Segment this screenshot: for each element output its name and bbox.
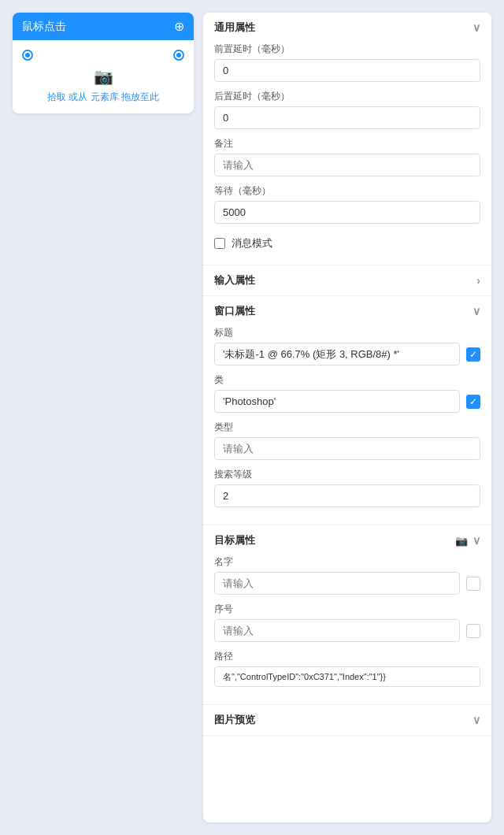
general-chevron-down-icon: ∨	[472, 21, 480, 34]
post-delay-input[interactable]	[214, 106, 480, 129]
node-body: 📷 拾取 或从 元素库 拖放至此	[13, 40, 194, 113]
right-panel: 通用属性 ∨ 前置延时（毫秒） 后置延时（毫秒） 备注 等待（毫秒）	[203, 13, 491, 822]
window-class-input-row: ✓	[214, 390, 480, 413]
wait-label: 等待（毫秒）	[214, 184, 480, 198]
input-section-title: 输入属性	[214, 273, 255, 288]
search-level-group: 搜索等级	[214, 468, 480, 507]
target-path-group: 路径	[214, 650, 480, 687]
window-title-group: 标题 ✓	[214, 326, 480, 366]
window-chevron-down-icon: ∨	[472, 305, 480, 317]
post-delay-group: 后置延时（毫秒）	[214, 90, 480, 129]
window-type-group: 类型	[214, 421, 480, 460]
note-group: 备注	[214, 137, 480, 176]
camera-icon: 📷	[94, 67, 113, 86]
post-delay-label: 后置延时（毫秒）	[214, 90, 480, 103]
general-section-header[interactable]: 通用属性 ∨	[203, 13, 491, 43]
node-connectors	[22, 50, 184, 61]
add-icon[interactable]: ⊕	[174, 19, 184, 34]
target-chevron-down-icon: ∨	[472, 534, 480, 547]
target-name-input[interactable]	[214, 572, 460, 595]
window-class-checkbox[interactable]: ✓	[466, 395, 480, 409]
node-header-title: 鼠标点击	[22, 20, 66, 34]
input-section: 输入属性 ›	[203, 265, 491, 296]
target-path-input[interactable]	[214, 666, 480, 687]
message-mode-row: 消息模式	[214, 232, 480, 255]
window-type-label: 类型	[214, 421, 480, 434]
search-level-input[interactable]	[214, 484, 480, 507]
target-serial-checkbox[interactable]	[466, 624, 480, 638]
window-class-label: 类	[214, 373, 480, 387]
window-title-label: 标题	[214, 326, 480, 340]
drop-hint: 拖放至此	[121, 91, 159, 102]
pre-delay-label: 前置延时（毫秒）	[214, 43, 480, 56]
element-lib-link[interactable]: 元素库	[91, 91, 119, 102]
target-path-label: 路径	[214, 650, 480, 663]
pre-delay-group: 前置延时（毫秒）	[214, 43, 480, 82]
window-type-input[interactable]	[214, 437, 480, 460]
note-label: 备注	[214, 137, 480, 150]
connector-dot-left	[25, 53, 30, 58]
upload-hint: 拾取 或从	[47, 91, 87, 102]
message-mode-label: 消息模式	[232, 236, 272, 250]
target-name-group: 名字	[214, 555, 480, 595]
target-name-input-row	[214, 572, 480, 595]
node-block: 鼠标点击 ⊕ 📷 拾取 或从 元素库	[13, 13, 194, 113]
target-section-header[interactable]: 目标属性 📷 ∨	[203, 525, 491, 555]
message-mode-checkbox[interactable]	[214, 238, 225, 249]
general-section-content: 前置延时（毫秒） 后置延时（毫秒） 备注 等待（毫秒） 消息模式	[203, 43, 491, 265]
preview-chevron-down-icon: ∨	[472, 714, 480, 726]
search-level-label: 搜索等级	[214, 468, 480, 481]
wait-input[interactable]	[214, 201, 480, 224]
window-section-content: 标题 ✓ 类 ✓ 类型	[203, 326, 491, 525]
window-section-header[interactable]: 窗口属性 ∨	[203, 296, 491, 326]
connector-dot-right	[176, 53, 181, 58]
right-connector[interactable]	[173, 50, 184, 61]
target-section-title: 目标属性	[214, 533, 255, 547]
target-serial-input[interactable]	[214, 619, 460, 642]
target-section: 目标属性 📷 ∨ 名字 序号	[203, 525, 491, 705]
target-serial-input-row	[214, 619, 480, 642]
target-section-header-inner: 目标属性	[214, 533, 255, 547]
preview-section-header[interactable]: 图片预览 ∨	[203, 705, 491, 735]
target-section-content: 名字 序号 路径	[203, 555, 491, 704]
general-section-title: 通用属性	[214, 20, 255, 35]
input-chevron-right-icon: ›	[476, 274, 480, 287]
target-serial-label: 序号	[214, 603, 480, 616]
target-name-label: 名字	[214, 555, 480, 569]
window-class-group: 类 ✓	[214, 373, 480, 413]
note-input[interactable]	[214, 154, 480, 176]
upload-area[interactable]: 📷 拾取 或从 元素库 拖放至此	[47, 67, 159, 104]
preview-section: 图片预览 ∨	[203, 705, 491, 736]
general-section: 通用属性 ∨ 前置延时（毫秒） 后置延时（毫秒） 备注 等待（毫秒）	[203, 13, 491, 265]
window-class-input[interactable]	[214, 390, 460, 413]
target-name-checkbox[interactable]	[466, 577, 480, 591]
left-panel: 鼠标点击 ⊕ 📷 拾取 或从 元素库	[13, 13, 194, 822]
node-title: 鼠标点击	[22, 20, 66, 34]
target-camera-icon[interactable]: 📷	[455, 535, 468, 547]
node-header: 鼠标点击 ⊕	[13, 13, 194, 40]
pre-delay-input[interactable]	[214, 59, 480, 82]
target-serial-group: 序号	[214, 603, 480, 642]
input-section-header[interactable]: 输入属性 ›	[203, 265, 491, 295]
window-section-title: 窗口属性	[214, 304, 255, 318]
window-title-input-row: ✓	[214, 343, 480, 366]
window-section: 窗口属性 ∨ 标题 ✓ 类 ✓	[203, 296, 491, 525]
wait-group: 等待（毫秒）	[214, 184, 480, 224]
left-connector[interactable]	[22, 50, 33, 61]
window-title-input[interactable]	[214, 343, 460, 366]
window-title-checkbox[interactable]: ✓	[466, 347, 480, 362]
preview-section-title: 图片预览	[214, 713, 255, 727]
upload-text: 拾取 或从 元素库 拖放至此	[47, 91, 159, 104]
